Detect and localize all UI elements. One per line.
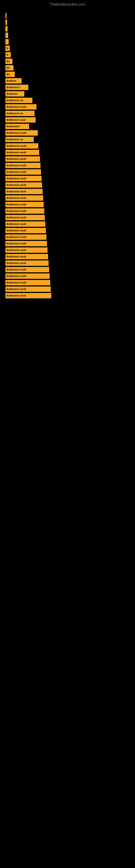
result-bar: Bottleneck result: [5, 202, 44, 207]
bar-row: Bottleneck resul: [5, 117, 130, 123]
bar-row: Bottleneck result: [5, 143, 130, 149]
bar-row: [5, 26, 130, 31]
result-bar: B: [5, 52, 11, 58]
result-bar: [5, 26, 8, 31]
bar-row: Bottleneck result: [5, 130, 130, 135]
result-bar: Bottleneck result: [5, 176, 42, 181]
bar-row: Bottleneck result: [5, 150, 130, 155]
result-bar: Bottleneck result: [5, 130, 38, 135]
bar-row: Bottleneck result: [5, 247, 130, 253]
bar-row: Bottleneck result: [5, 293, 130, 299]
bar-row: Bottleneck result: [5, 267, 130, 272]
bar-row: Bottleneck result: [5, 221, 130, 227]
result-bar: Bottleneck res: [5, 111, 35, 116]
result-bar: Bottleneck r: [5, 124, 29, 129]
bar-row: [5, 33, 130, 38]
bar-row: Bottlene: [5, 78, 130, 84]
bar-row: Bottleneck res: [5, 111, 130, 116]
result-bar: Bo: [5, 65, 13, 70]
result-bar: Bottleneck result: [5, 163, 41, 168]
bar-row: Bo: [5, 72, 130, 77]
bar-row: Bottleneck result: [5, 235, 130, 240]
bar-row: Bottleneck res: [5, 137, 130, 142]
result-bar: Bottleneck result: [5, 286, 51, 292]
result-bar: Bottleneck result: [5, 235, 46, 240]
result-bar: Bo: [5, 72, 15, 77]
result-bar: Bottleneck result: [5, 280, 50, 285]
result-bar: Bottleneck result: [5, 195, 43, 201]
result-bar: Bottleneck result: [5, 267, 49, 272]
bar-row: Bottleneck result: [5, 195, 130, 201]
bar-row: Bottleneck result: [5, 176, 130, 181]
result-bar: B: [5, 45, 10, 51]
result-bar: Bottleneck result: [5, 104, 37, 110]
bar-row: Bottlenec: [5, 91, 130, 97]
result-bar: Bottleneck res: [5, 137, 34, 142]
bar-row: Bottleneck r: [5, 124, 130, 129]
bar-row: Bottleneck result: [5, 163, 130, 168]
result-bar: Bottlene: [5, 78, 21, 84]
result-bar: Bottleneck result: [5, 182, 42, 188]
bar-row: Bottleneck result: [5, 156, 130, 162]
result-bar: Bottleneck resul: [5, 117, 36, 123]
bar-row: Bottleneck result: [5, 202, 130, 207]
result-bar: Bottleneck result: [5, 260, 49, 266]
site-title: TheBottlenecker.com: [0, 0, 135, 8]
result-bar: Bottleneck result: [5, 169, 41, 175]
result-bar: [5, 33, 8, 38]
result-bar: Bottleneck result: [5, 221, 45, 227]
bar-row: Bottleneck result: [5, 208, 130, 214]
bar-row: Bo: [5, 59, 130, 64]
result-bar: Bottleneck result: [5, 228, 46, 233]
result-bar: Bottleneck result: [5, 293, 51, 299]
result-bar: Bottleneck r: [5, 85, 28, 90]
bar-row: Bo: [5, 65, 130, 70]
result-bar: Bottleneck result: [5, 215, 45, 220]
result-bar: Bottleneck result: [5, 247, 48, 253]
result-bar: [5, 20, 7, 25]
bar-row: Bottleneck result: [5, 228, 130, 233]
result-bar: Bottleneck res: [5, 98, 32, 103]
bar-row: Bottleneck r: [5, 85, 130, 90]
site-title-container: TheBottlenecker.com: [0, 0, 135, 8]
bar-row: Bottleneck result: [5, 280, 130, 285]
bar-row: Bottleneck result: [5, 241, 130, 246]
bar-row: Bottleneck result: [5, 182, 130, 188]
result-bar: Bottleneck result: [5, 150, 39, 155]
result-bar: Bottlenec: [5, 91, 24, 97]
result-bar: Bottleneck result: [5, 189, 43, 194]
result-bar: [5, 39, 9, 44]
result-bar: [5, 13, 6, 19]
bar-row: Bottleneck result: [5, 260, 130, 266]
bar-row: Bottleneck result: [5, 104, 130, 110]
bar-row: Bottleneck result: [5, 189, 130, 194]
bar-row: B: [5, 45, 130, 51]
bar-row: [5, 20, 130, 25]
result-bar: Bottleneck result: [5, 156, 40, 162]
result-bar: Bo: [5, 59, 12, 64]
bar-row: B: [5, 52, 130, 58]
chart-area: BBBoBoBoBottleneBottleneck rBottlenecBot…: [0, 8, 135, 302]
result-bar: Bottleneck result: [5, 208, 44, 214]
result-bar: Bottleneck result: [5, 273, 50, 279]
bar-row: Bottleneck result: [5, 169, 130, 175]
bar-row: Bottleneck res: [5, 98, 130, 103]
result-bar: Bottleneck result: [5, 241, 47, 246]
bar-row: [5, 13, 130, 19]
result-bar: Bottleneck result: [5, 254, 48, 259]
bar-row: [5, 39, 130, 44]
bar-row: Bottleneck result: [5, 254, 130, 259]
bar-row: Bottleneck result: [5, 273, 130, 279]
bar-row: Bottleneck result: [5, 286, 130, 292]
bar-row: Bottleneck result: [5, 215, 130, 220]
result-bar: Bottleneck result: [5, 143, 38, 149]
